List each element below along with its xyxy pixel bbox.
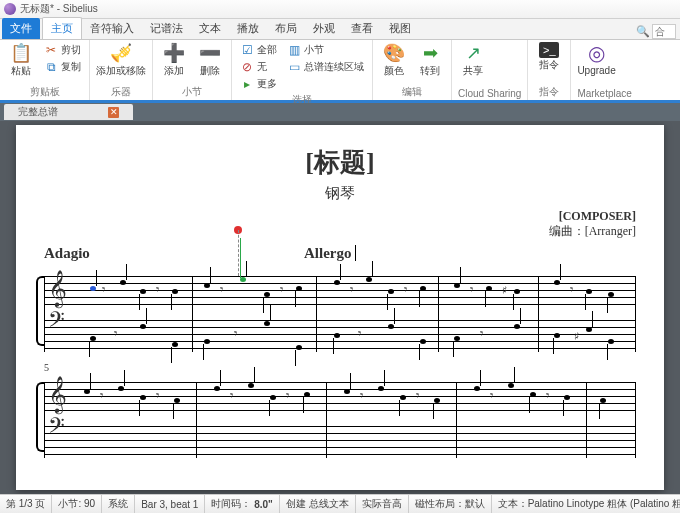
delete-bar-button[interactable]: ➖ 删除: [195, 42, 225, 76]
note[interactable]: [388, 289, 394, 294]
tab-appearance[interactable]: 外观: [305, 18, 343, 39]
staff-bass-1[interactable]: 𝄢 𝄾 𝄾 𝄾 𝄾: [44, 312, 636, 356]
status-page[interactable]: 第 1/3 页: [0, 495, 52, 513]
color-button[interactable]: 🎨 颜色: [379, 42, 409, 76]
paste-button[interactable]: 📋 粘贴: [6, 42, 36, 76]
note[interactable]: [586, 289, 592, 294]
note[interactable]: [420, 339, 426, 344]
note[interactable]: [264, 321, 270, 326]
note[interactable]: [554, 280, 560, 285]
goto-button[interactable]: ➡ 转到: [415, 42, 445, 76]
tab-view[interactable]: 视图: [381, 18, 419, 39]
note[interactable]: [172, 289, 178, 294]
note[interactable]: [554, 333, 560, 338]
tempo-1[interactable]: Adagio: [44, 245, 304, 262]
system-1[interactable]: 𝄞 𝄾 𝄾 𝄾 𝄾 𝄾: [44, 268, 636, 356]
ribbon-search[interactable]: 🔍: [636, 24, 676, 39]
note[interactable]: [118, 386, 124, 391]
score-credits[interactable]: [COMPOSER] 编曲：[Arranger]: [44, 209, 636, 239]
workspace[interactable]: [标题] 钢琴 [COMPOSER] 编曲：[Arranger] Adagio …: [0, 121, 680, 494]
note[interactable]: [366, 277, 372, 282]
select-system-passage-button[interactable]: ▭总谱连续区域: [285, 59, 366, 75]
tab-file[interactable]: 文件: [2, 18, 40, 39]
note[interactable]: [248, 383, 254, 388]
tempo-2[interactable]: Allergo: [304, 245, 356, 262]
note[interactable]: [514, 289, 520, 294]
note[interactable]: [90, 336, 96, 341]
plugins-button[interactable]: >_ 指令: [534, 42, 564, 70]
note[interactable]: [90, 286, 96, 291]
status-position[interactable]: Bar 3, beat 1: [135, 495, 205, 513]
tab-home[interactable]: 主页: [42, 17, 82, 39]
tab-review[interactable]: 查看: [343, 18, 381, 39]
staff-treble-2[interactable]: 𝄞 𝄾 𝄾 𝄾 𝄾 𝄾: [44, 374, 636, 418]
note[interactable]: [388, 324, 394, 329]
note[interactable]: [608, 292, 614, 297]
note[interactable]: [600, 398, 606, 403]
note[interactable]: [530, 392, 536, 397]
note[interactable]: [174, 398, 180, 403]
note[interactable]: [564, 395, 570, 400]
tab-layout[interactable]: 布局: [267, 18, 305, 39]
status-bars[interactable]: 小节: 90: [52, 495, 102, 513]
select-more-button[interactable]: ▸更多: [238, 76, 279, 92]
note[interactable]: [120, 280, 126, 285]
note[interactable]: [204, 339, 210, 344]
note[interactable]: [608, 339, 614, 344]
status-action[interactable]: 创建 总线文本: [280, 495, 356, 513]
staff-bass-2[interactable]: 𝄢: [44, 418, 636, 462]
note[interactable]: [264, 292, 270, 297]
note[interactable]: [454, 336, 460, 341]
note[interactable]: [486, 286, 492, 291]
note[interactable]: [304, 392, 310, 397]
note[interactable]: [296, 286, 302, 291]
tab-play[interactable]: 播放: [229, 18, 267, 39]
note[interactable]: [474, 386, 480, 391]
status-pitch[interactable]: 实际音高: [356, 495, 409, 513]
note[interactable]: [508, 383, 514, 388]
note[interactable]: [84, 389, 90, 394]
note[interactable]: [378, 386, 384, 391]
staff-treble-1[interactable]: 𝄞 𝄾 𝄾 𝄾 𝄾 𝄾: [44, 268, 636, 312]
status-font[interactable]: 文本：Palatino Linotype 粗体 (Palatino 粗体)，12…: [492, 495, 680, 513]
note[interactable]: [214, 386, 220, 391]
note[interactable]: [172, 342, 178, 347]
note[interactable]: [296, 345, 302, 350]
note[interactable]: [514, 324, 520, 329]
select-none-button[interactable]: ⊘无: [238, 59, 279, 75]
score-subtitle[interactable]: 钢琴: [44, 184, 636, 203]
note[interactable]: [140, 395, 146, 400]
note[interactable]: [270, 395, 276, 400]
status-snap[interactable]: 磁性布局：默认: [409, 495, 492, 513]
select-bars-button[interactable]: ▥小节: [285, 42, 366, 58]
note[interactable]: [400, 395, 406, 400]
tab-note-input[interactable]: 音符输入: [82, 18, 142, 39]
note[interactable]: [586, 327, 592, 332]
note[interactable]: [344, 389, 350, 394]
close-icon[interactable]: ✕: [108, 107, 119, 118]
note[interactable]: [334, 280, 340, 285]
add-bar-button[interactable]: ➕ 添加: [159, 42, 189, 76]
upgrade-button[interactable]: ◎ Upgrade: [577, 42, 615, 76]
note[interactable]: [140, 324, 146, 329]
cut-button[interactable]: ✂剪切: [42, 42, 83, 58]
tab-notation[interactable]: 记谱法: [142, 18, 191, 39]
tab-text[interactable]: 文本: [191, 18, 229, 39]
system-2[interactable]: 5 𝄞 𝄾 𝄾 𝄾 𝄾: [44, 374, 636, 462]
select-all-button[interactable]: ☑全部: [238, 42, 279, 58]
note[interactable]: [454, 283, 460, 288]
share-button[interactable]: ↗ 共享: [458, 42, 488, 76]
add-remove-instruments-button[interactable]: 🎺 添加或移除: [96, 42, 146, 76]
copy-button[interactable]: ⧉复制: [42, 59, 83, 75]
note[interactable]: [420, 286, 426, 291]
score-page[interactable]: [标题] 钢琴 [COMPOSER] 编曲：[Arranger] Adagio …: [16, 125, 664, 490]
note[interactable]: [434, 398, 440, 403]
status-timecode[interactable]: 时间码： 8.0": [205, 495, 279, 513]
note[interactable]: [204, 283, 210, 288]
score-title[interactable]: [标题]: [44, 145, 636, 180]
search-input[interactable]: [652, 24, 676, 39]
status-system[interactable]: 系统: [102, 495, 135, 513]
note[interactable]: [140, 289, 146, 294]
note[interactable]: [334, 333, 340, 338]
document-tab[interactable]: 完整总谱 ✕: [4, 104, 133, 120]
